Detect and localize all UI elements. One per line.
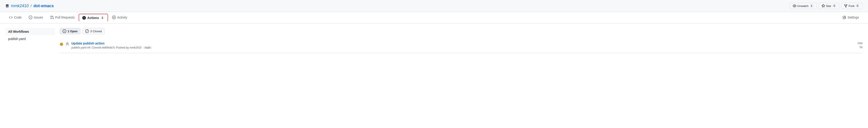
workflow-time: now <box>858 41 863 45</box>
tab-issues[interactable]: Issues <box>25 13 46 22</box>
unwatch-label: Unwatch <box>797 4 809 8</box>
tab-activity-label: Activity <box>117 15 127 19</box>
workflow-item: Update publish action publish.yaml #4: C… <box>60 38 863 53</box>
workflow-meta: publish.yaml #4: Commit eb6f4efa7c Pushe… <box>71 46 152 49</box>
tab-pull-requests[interactable]: Pull Requests <box>46 13 78 22</box>
svg-point-0 <box>60 43 63 46</box>
workflow-meta-text: publish.yaml #4: Commit eb6f4efa7c Pushe… <box>71 46 142 49</box>
filter-open-button[interactable]: 1 Open <box>60 28 81 34</box>
repo-title: mmk2410 / dot-emacs <box>5 4 54 8</box>
all-workflows-label: All Workflows <box>8 30 29 33</box>
tab-actions-label: Actions <box>87 16 99 20</box>
repo-separator: / <box>31 4 32 8</box>
tab-pull-requests-label: Pull Requests <box>55 15 74 19</box>
sidebar: All Workflows publish.yaml <box>5 28 55 53</box>
repo-icon <box>5 4 9 8</box>
branch-badge: main <box>143 46 152 49</box>
fork-count: 0 <box>855 4 860 7</box>
filter-closed-label: 3 Closed <box>90 30 102 33</box>
workflow-title-row: Update publish action <box>71 41 152 45</box>
filter-bar: 1 Open 3 Closed <box>60 28 863 34</box>
workflow-item-left: Update publish action publish.yaml #4: C… <box>60 41 152 49</box>
sidebar-item-publish-yaml[interactable]: publish.yaml <box>5 35 55 42</box>
top-bar: mmk2410 / dot-emacs Unwatch 1 Star 0 For… <box>0 0 868 12</box>
workflow-duration: 0s <box>860 45 863 49</box>
tab-activity[interactable]: Activity <box>108 13 131 22</box>
status-indicator <box>60 42 63 46</box>
repo-name-link[interactable]: dot-emacs <box>33 4 54 8</box>
star-label: Star <box>826 4 831 8</box>
actor-icon <box>66 42 69 46</box>
nav-tabs: Code Issues Pull Requests Actions 1 <box>0 12 868 24</box>
unwatch-button[interactable]: Unwatch 1 <box>790 3 817 9</box>
sidebar-item-all-workflows[interactable]: All Workflows <box>5 28 55 35</box>
tab-actions-badge: 1 <box>100 16 105 20</box>
main-content: 1 Open 3 Closed <box>60 28 863 53</box>
tab-actions[interactable]: Actions 1 <box>79 14 108 22</box>
filter-open-label: 1 Open <box>68 30 78 33</box>
unwatch-count: 1 <box>809 4 814 7</box>
workflow-item-right: now 0s <box>858 41 863 49</box>
tab-settings-label: Settings <box>847 15 859 19</box>
tab-code[interactable]: Code <box>5 13 25 22</box>
nav-tabs-left: Code Issues Pull Requests Actions 1 <box>5 12 131 23</box>
workflow-title-link[interactable]: Update publish action <box>71 41 104 45</box>
star-count: 0 <box>832 4 837 7</box>
star-button[interactable]: Star 0 <box>818 3 839 9</box>
repo-owner-link[interactable]: mmk2410 <box>11 4 29 8</box>
filter-closed-button[interactable]: 3 Closed <box>82 28 105 34</box>
repo-actions: Unwatch 1 Star 0 Fork 0 <box>790 3 863 9</box>
publish-yaml-label: publish.yaml <box>8 37 26 41</box>
content: All Workflows publish.yaml 1 Open 3 Clos… <box>0 24 868 58</box>
fork-label: Fork <box>848 4 855 8</box>
workflow-info: Update publish action publish.yaml #4: C… <box>71 41 152 49</box>
fork-button[interactable]: Fork 0 <box>841 3 863 9</box>
tab-code-label: Code <box>14 15 22 19</box>
tab-settings[interactable]: Settings <box>839 13 863 22</box>
tab-issues-label: Issues <box>34 15 43 19</box>
